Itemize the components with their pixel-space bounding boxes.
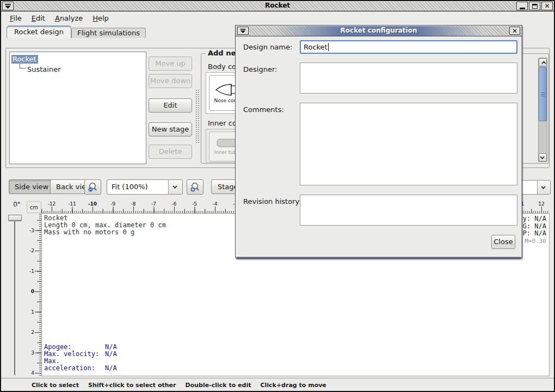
side-view-button[interactable]: Side view bbox=[9, 179, 54, 194]
flight-stat-label: Max. acceleration: bbox=[44, 358, 105, 372]
menubar: FileEditAnalyzeHelp bbox=[2, 12, 114, 24]
menu-help[interactable]: Help bbox=[88, 13, 114, 24]
tab-flight-simulations[interactable]: Flight simulations bbox=[71, 28, 146, 38]
window-title: Rocket bbox=[1, 2, 554, 9]
minimize-icon bbox=[520, 8, 525, 9]
text-caret bbox=[328, 43, 329, 51]
hruler-label: -7 bbox=[151, 201, 156, 207]
dialog-close-button[interactable]: ✕ bbox=[509, 27, 520, 35]
menu-file[interactable]: File bbox=[5, 13, 27, 24]
vruler-label: 0 bbox=[31, 289, 34, 294]
rocket-info-line: Mass with no motors 0 g bbox=[44, 229, 166, 236]
new-stage-button[interactable]: New stage bbox=[149, 122, 192, 136]
vruler-label: -1 bbox=[29, 269, 34, 274]
vertical-ruler: -3-2-101234 bbox=[27, 213, 41, 376]
close-button[interactable]: ✕ bbox=[541, 2, 553, 10]
rotation-slider-handle[interactable] bbox=[8, 215, 22, 221]
design-name-input[interactable]: Rocket bbox=[300, 40, 517, 54]
flight-stat-value: N/A bbox=[105, 343, 117, 351]
hruler-label: -4 bbox=[213, 201, 218, 207]
dialog-close-icon: ✕ bbox=[512, 28, 517, 34]
thumb-grip bbox=[541, 92, 545, 93]
window-titlebar[interactable]: Rocket ✕ bbox=[1, 1, 554, 11]
hint-item: Double-click to edit bbox=[186, 382, 251, 389]
vruler-label: 2 bbox=[31, 329, 34, 335]
design-name-value: Rocket bbox=[304, 43, 328, 51]
hruler-label: -11 bbox=[68, 201, 76, 207]
revision-history-label: Revision history: bbox=[243, 197, 301, 206]
panel-divider-handle[interactable] bbox=[195, 89, 200, 144]
tree-item-rocket[interactable]: Rocket bbox=[11, 53, 144, 64]
zoom-out-icon bbox=[88, 182, 98, 192]
rotation-slider-track[interactable] bbox=[14, 221, 15, 375]
scroll-down-button[interactable] bbox=[539, 153, 547, 161]
zoom-combo-dropdown-button[interactable] bbox=[168, 180, 182, 194]
dialog-body: Design name: Rocket Designer: Comments: … bbox=[236, 36, 522, 256]
hruler-label: -5 bbox=[192, 201, 197, 207]
vertical-ruler-ticks bbox=[35, 213, 41, 376]
flight-stat-value: N/A bbox=[105, 350, 117, 358]
app-window: Rocket ✕ FileEditAnalyzeHelp Rocket desi… bbox=[0, 0, 555, 392]
zoom-in-button[interactable] bbox=[187, 179, 203, 195]
scroll-up-button[interactable] bbox=[539, 58, 547, 66]
tree-connector-line bbox=[20, 64, 26, 69]
vruler-label: -2 bbox=[29, 248, 34, 253]
thumb-grip bbox=[541, 94, 545, 95]
vruler-label: 3 bbox=[31, 350, 34, 356]
rocket-configuration-dialog: Rocket configuration ✕ Design name: Rock… bbox=[235, 25, 522, 259]
hint-item: Click+drag to move bbox=[260, 382, 326, 389]
tree-item-rocket-label: Rocket bbox=[11, 55, 38, 64]
comments-label: Comments: bbox=[243, 105, 284, 114]
flight-stats: Apogee:N/AMax. velocity:N/AMax. accelera… bbox=[44, 344, 117, 372]
revision-history-textarea[interactable] bbox=[300, 195, 517, 226]
hint-item: Shift+click to select other bbox=[88, 382, 176, 389]
chevron-down-icon bbox=[541, 184, 545, 189]
minimize-button[interactable] bbox=[516, 2, 528, 10]
hruler-label: -9 bbox=[110, 201, 115, 207]
hruler-label: 12 bbox=[538, 201, 544, 207]
hruler-label: -8 bbox=[131, 201, 136, 207]
menu-edit[interactable]: Edit bbox=[27, 13, 50, 24]
chevron-down-icon bbox=[540, 154, 544, 159]
dialog-titlebar[interactable]: Rocket configuration ✕ bbox=[236, 26, 522, 36]
tab-rocket-design[interactable]: Rocket design bbox=[7, 26, 71, 38]
move-down-button[interactable]: Move down bbox=[149, 74, 192, 88]
configuration-dropdown-button[interactable] bbox=[537, 181, 550, 194]
zoom-level-value: Fit (100%) bbox=[107, 180, 168, 194]
edit-button[interactable]: Edit bbox=[149, 98, 192, 113]
flight-stat-value: N/A bbox=[105, 364, 117, 372]
rocket-info-text: RocketLength 0 cm, max. diameter 0 cmMas… bbox=[44, 215, 166, 236]
dialog-title: Rocket configuration bbox=[236, 27, 522, 34]
menu-analyze[interactable]: Analyze bbox=[50, 13, 88, 24]
designer-textarea[interactable] bbox=[300, 63, 517, 94]
design-name-label: Design name: bbox=[243, 43, 292, 51]
zoom-level-combo[interactable]: Fit (100%) bbox=[107, 179, 183, 195]
thumb-grip bbox=[541, 96, 545, 96]
hint-item: Click to select bbox=[32, 382, 79, 389]
scrollbar-thumb[interactable] bbox=[539, 67, 547, 121]
inner-tube-icon bbox=[216, 138, 238, 148]
dialog-close-action-button[interactable]: Close bbox=[491, 235, 515, 249]
ruler-unit-label: cm bbox=[27, 201, 41, 213]
vruler-label: 4 bbox=[31, 370, 34, 376]
component-scrollbar[interactable] bbox=[538, 58, 547, 162]
rotation-angle-label: 0° bbox=[9, 201, 25, 208]
hint-bar: Click to selectShift+click to select oth… bbox=[1, 378, 554, 391]
comments-textarea[interactable] bbox=[300, 103, 517, 185]
close-icon: ✕ bbox=[544, 3, 550, 9]
maximize-button[interactable] bbox=[529, 2, 540, 10]
component-tree[interactable]: Rocket Sustainer bbox=[9, 52, 146, 164]
vruler-label: -3 bbox=[29, 228, 34, 233]
delete-button[interactable]: Delete bbox=[149, 145, 192, 159]
tree-item-sustainer[interactable]: Sustainer bbox=[20, 64, 144, 74]
zoom-out-button[interactable] bbox=[84, 179, 101, 195]
dialog-resize-edge[interactable] bbox=[236, 256, 522, 258]
hruler-label: -10 bbox=[88, 201, 97, 207]
designer-label: Designer: bbox=[243, 65, 277, 73]
chevron-down-icon bbox=[172, 184, 177, 188]
hruler-label: -6 bbox=[172, 201, 177, 207]
flight-stat-row: Max. acceleration:N/A bbox=[44, 358, 117, 372]
zoom-in-icon bbox=[190, 182, 200, 192]
hruler-label: -12 bbox=[48, 201, 56, 207]
move-up-button[interactable]: Move up bbox=[149, 57, 192, 71]
